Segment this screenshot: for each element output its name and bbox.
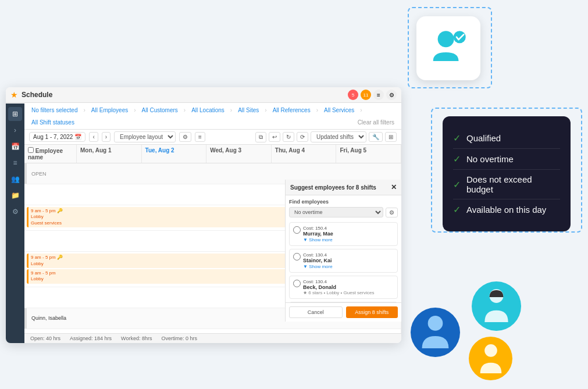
show-more-stainor[interactable]: ▼ Show more: [303, 264, 333, 269]
all-sites-btn[interactable]: All Sites: [236, 106, 261, 115]
col-employee: Employee name: [24, 145, 77, 163]
status-open: Open: 40 hrs: [30, 336, 60, 341]
col-wed: Wed, Aug 3: [206, 145, 272, 163]
sidebar-icon-people[interactable]: 👥: [8, 172, 22, 186]
sep6: ›: [316, 107, 318, 113]
updated-shifts-select[interactable]: Updated shifts: [311, 131, 366, 142]
suggest-body: Find employees No overtime ⚙ Cost: 150.4: [286, 195, 401, 302]
col-fri: Fri, Aug 5: [336, 145, 401, 163]
sep2: ›: [134, 107, 136, 113]
employee-item-stainor: Cost: 130.4 Stainor, Kai ▼ Show more: [289, 249, 398, 273]
emp-name-murray: Murray, Mae: [303, 231, 394, 237]
all-shift-statuses-btn[interactable]: All Shift statuses: [29, 118, 77, 127]
sep1: ›: [83, 107, 85, 113]
dashed-border-top: [408, 7, 492, 88]
refresh-btn[interactable]: ⟳: [297, 132, 308, 142]
clear-all-filters-btn[interactable]: Clear all filters: [355, 118, 397, 127]
col-thu: Thu, Aug 4: [272, 145, 337, 163]
emp-radio-murray[interactable]: [293, 226, 301, 234]
svg-point-4: [484, 344, 497, 357]
sep7: ›: [360, 107, 362, 113]
assign-btn[interactable]: Assign 8 shifts: [346, 306, 398, 318]
suggest-title: Suggest employees for 8 shifts: [290, 184, 376, 191]
sidebar: ⊞ › 📅 ≡ 👥 📁 ⚙: [6, 104, 24, 343]
layout-settings-btn[interactable]: ⚙: [179, 132, 191, 142]
sidebar-icon-calendar[interactable]: 📅: [8, 140, 22, 154]
col-tue: Tue, Aug 2: [142, 145, 207, 163]
grid-header: Employee name Mon, Aug 1 Tue, Aug 2 Wed,…: [24, 145, 401, 163]
sidebar-icon-list[interactable]: ≡: [8, 156, 22, 170]
suggest-header: Suggest employees for 8 shifts ✕: [286, 180, 401, 195]
emp-cost-stainor: Cost: 130.4: [303, 252, 394, 258]
avatar-male-dark: [411, 308, 460, 357]
notification-icon-1: 5: [348, 90, 358, 100]
settings-icon[interactable]: ⚙: [386, 90, 397, 100]
select-all-checkbox[interactable]: [28, 147, 34, 153]
sep4: ›: [230, 107, 232, 113]
emp-name-beck1: Beck, Donald: [303, 284, 394, 290]
all-employees-btn[interactable]: All Employees: [89, 106, 130, 115]
avatar-female-teal: [472, 281, 521, 331]
emp-cost-beck1: Cost: 130.4: [303, 279, 394, 284]
sidebar-icon-nav1[interactable]: ›: [8, 123, 22, 137]
emp-meta-beck1: ★ 6 stars • Lobby • Guest services: [303, 290, 394, 295]
app-window: ★ Schedule 5 11 ≡ ⚙ ⊞ › 📅 ≡ 👥 📁 ⚙ No fil…: [6, 87, 401, 343]
status-overtime: Overtime: 0 hrs: [161, 336, 197, 341]
all-references-btn[interactable]: All References: [270, 106, 313, 115]
toolbar-row1: No filters selected › All Employees › Al…: [24, 104, 401, 130]
avatar-male-amber: [469, 337, 512, 380]
all-locations-btn[interactable]: All Locations: [189, 106, 227, 115]
more-btn[interactable]: ⊞: [385, 132, 397, 142]
sep3: ›: [184, 107, 186, 113]
undo-btn[interactable]: ↩: [269, 132, 280, 142]
status-bar: Open: 40 hrs Assigned: 184 hrs Worked: 8…: [24, 333, 401, 343]
overtime-filter-select[interactable]: No overtime: [289, 207, 383, 217]
show-more-murray[interactable]: ▼ Show more: [303, 237, 333, 242]
filter-settings-btn[interactable]: ⚙: [386, 208, 398, 217]
prev-week-btn[interactable]: ‹: [89, 132, 98, 142]
all-services-btn[interactable]: All Services: [322, 106, 357, 115]
filter-row: No overtime ⚙: [289, 207, 398, 217]
toolbar-row2: Aug 1 - 7, 2022 📅 ‹ › Employee layout ⚙ …: [24, 130, 401, 145]
cell-quinn-mon[interactable]: [24, 329, 401, 333]
tool-btn[interactable]: 🔧: [369, 132, 383, 142]
titlebar-icons: 5 11 ≡ ⚙: [348, 90, 397, 100]
main-content: No filters selected › All Employees › Al…: [24, 104, 401, 343]
cancel-btn[interactable]: Cancel: [289, 306, 343, 318]
layout-list-btn[interactable]: ≡: [195, 132, 205, 142]
copy-btn[interactable]: ⧉: [255, 132, 266, 142]
sep5: ›: [265, 107, 266, 113]
emp-radio-stainor[interactable]: [293, 253, 301, 260]
date-range-text: Aug 1 - 7, 2022: [33, 134, 73, 140]
redo-btn[interactable]: ↻: [283, 132, 294, 142]
sidebar-icon-settings[interactable]: ⚙: [8, 205, 22, 219]
suggest-panel: Suggest employees for 8 shifts ✕ Find em…: [285, 180, 401, 322]
emp-cost-murray: Cost: 150.4: [303, 226, 394, 231]
row-handle[interactable]: [24, 308, 27, 329]
dashed-border-criteria: [431, 108, 582, 233]
close-suggest-btn[interactable]: ✕: [391, 183, 397, 191]
status-worked: Worked: 8hrs: [121, 336, 152, 341]
emp-radio-beck1[interactable]: [293, 280, 301, 287]
suggest-footer: Cancel Assign 8 shifts: [286, 302, 401, 322]
svg-point-2: [428, 316, 443, 331]
layout-select[interactable]: Employee layout: [114, 131, 176, 142]
no-filters-btn[interactable]: No filters selected: [29, 106, 80, 115]
row-handle[interactable]: [24, 163, 27, 184]
calendar-icon: 📅: [74, 134, 81, 140]
sidebar-icon-home[interactable]: ⊞: [8, 107, 22, 121]
sidebar-icon-folder[interactable]: 📁: [8, 188, 22, 202]
col-mon: Mon, Aug 1: [77, 145, 142, 163]
employee-item-beck1: Cost: 130.4 Beck, Donald ★ 6 stars • Lob…: [289, 276, 398, 299]
find-employees-label: Find employees: [289, 199, 398, 205]
date-picker[interactable]: Aug 1 - 7, 2022 📅: [29, 132, 85, 142]
all-customers-btn[interactable]: All Customers: [140, 106, 180, 115]
status-assigned: Assigned: 184 hrs: [70, 336, 112, 341]
next-week-btn[interactable]: ›: [102, 132, 111, 142]
app-titlebar: ★ Schedule 5 11 ≡ ⚙: [6, 87, 401, 103]
menu-icon[interactable]: ≡: [373, 90, 384, 100]
app-title: Schedule: [22, 91, 52, 99]
notification-icon-2: 11: [361, 90, 371, 100]
employee-item-murray: Cost: 150.4 Murray, Mae ▼ Show more: [289, 222, 398, 246]
emp-name-stainor: Stainor, Kai: [303, 258, 394, 263]
